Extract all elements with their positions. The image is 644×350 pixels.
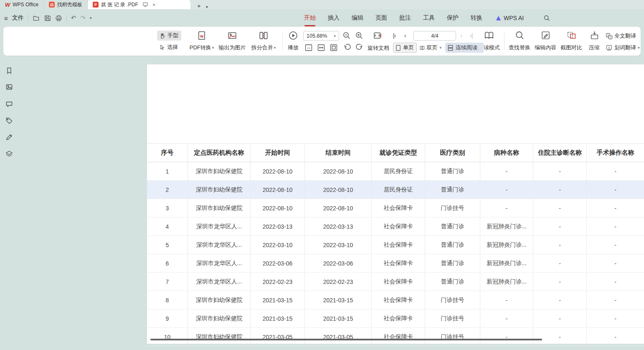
monitor-icon[interactable] bbox=[142, 2, 148, 8]
actual-size-icon[interactable]: 1:1 bbox=[304, 43, 313, 52]
screenshot-compare-button[interactable]: 截图对比 bbox=[558, 29, 585, 53]
table-cell: 社会保障卡 bbox=[372, 217, 425, 235]
chevron-down-icon: ▾ bbox=[334, 34, 336, 38]
fit-page-icon[interactable] bbox=[330, 43, 338, 52]
tab-wps-office[interactable]: W WPS Office bbox=[0, 0, 44, 9]
ribbon-tab-comment[interactable]: 批注 bbox=[399, 13, 411, 23]
select-tool-button[interactable]: 选择 bbox=[157, 42, 181, 52]
pdf-page[interactable]: 序号定点医药机构名称开始时间结束时间就诊凭证类型医疗类别病种名称住院主诊断名称手… bbox=[147, 64, 644, 344]
left-panel-bar bbox=[0, 56, 18, 350]
pdf-convert-button[interactable]: W PDF转换▾ bbox=[187, 29, 216, 53]
find-replace-icon bbox=[515, 31, 525, 40]
signature-pen-icon[interactable] bbox=[5, 133, 13, 141]
compress-button[interactable]: 压缩 bbox=[585, 29, 604, 53]
table-row: 5深圳市龙华区人...2022-03-102022-03-10社会保障卡普通门诊… bbox=[147, 236, 644, 254]
table-cell: 普通门诊 bbox=[425, 273, 480, 291]
first-page-button[interactable]: |‹ bbox=[393, 32, 396, 39]
file-menu[interactable]: 文件 bbox=[12, 14, 24, 22]
search-icon[interactable] bbox=[543, 15, 550, 21]
fit-width-icon[interactable] bbox=[317, 43, 325, 52]
ribbon-tab-page[interactable]: 页面 bbox=[375, 13, 387, 23]
table-cell: 新冠肺炎门诊... bbox=[480, 236, 533, 254]
ribbon-tab-tools[interactable]: 工具 bbox=[423, 13, 435, 23]
tab-list-chevron-icon[interactable]: ▾ bbox=[206, 5, 208, 9]
tag-icon[interactable] bbox=[5, 117, 13, 125]
table-cell: 1 bbox=[147, 162, 188, 180]
table-cell: - bbox=[533, 236, 587, 254]
print-icon[interactable] bbox=[55, 15, 62, 22]
table-cell: - bbox=[480, 328, 533, 346]
hamburger-icon[interactable]: ≡ bbox=[4, 15, 8, 22]
table-cell: - bbox=[533, 291, 587, 309]
rotate-left-icon[interactable] bbox=[343, 43, 352, 52]
new-tab-button[interactable]: + bbox=[195, 2, 203, 9]
column-header: 医疗类别 bbox=[425, 144, 480, 162]
split-merge-button[interactable]: 拆分合并▾ bbox=[249, 29, 278, 53]
table-cell: 深圳市妇幼保健院 bbox=[188, 199, 251, 217]
bookmark-icon[interactable] bbox=[5, 67, 13, 74]
tab-docer-label: 找稻壳模板 bbox=[57, 1, 82, 8]
ribbon-tab-home[interactable]: 开始 bbox=[304, 13, 316, 23]
table-cell: 新冠肺炎门诊... bbox=[480, 217, 533, 235]
table-row: 1深圳市妇幼保健院2022-08-102022-08-10居民身份证普通门诊--… bbox=[147, 162, 644, 181]
page-number-input[interactable]: 4/4 bbox=[413, 31, 456, 41]
zoom-out-button[interactable] bbox=[342, 31, 351, 40]
ribbon-tab-protect[interactable]: 保护 bbox=[447, 13, 459, 23]
undo-icon[interactable]: ↶ bbox=[71, 14, 76, 22]
find-replace-button[interactable]: 查找替换 bbox=[506, 29, 533, 53]
column-header: 手术操作名称 bbox=[587, 144, 644, 162]
table-cell: 2022-08-10 bbox=[251, 162, 305, 180]
zoom-in-button[interactable] bbox=[355, 31, 363, 40]
ribbon-tab-insert[interactable]: 插入 bbox=[328, 13, 340, 23]
document-title: 就 医 记 录 .PDF bbox=[101, 1, 138, 8]
table-cell: 2021-03-05 bbox=[251, 328, 305, 346]
ribbon-tab-edit[interactable]: 编辑 bbox=[352, 13, 363, 23]
wps-ai-button[interactable]: WPS AI bbox=[495, 15, 524, 21]
full-translation-button[interactable]: A文 全文翻译 bbox=[606, 31, 636, 41]
table-cell: - bbox=[533, 309, 587, 327]
layers-icon[interactable] bbox=[5, 150, 13, 158]
redo-icon[interactable]: ↷ bbox=[80, 14, 86, 22]
previous-page-button[interactable]: ‹ bbox=[404, 32, 406, 39]
table-row: 8深圳市妇幼保健院2021-03-152021-03-15社会保障卡门诊挂号--… bbox=[147, 291, 644, 309]
word-translation-button[interactable]: 文 划词翻译 ▾ bbox=[606, 43, 640, 52]
menu-bar: ≡ 文件 ↶ ↷ ▾ 开始 插入 编辑 页面 批注 工具 保护 转换 WPS A… bbox=[0, 9, 644, 27]
table-row: 4深圳市龙华区人...2022-03-132022-03-13社会保障卡普通门诊… bbox=[147, 217, 644, 236]
table-cell: 2022-03-10 bbox=[305, 236, 372, 254]
column-header: 结束时间 bbox=[305, 144, 372, 162]
open-file-icon[interactable] bbox=[33, 15, 40, 22]
table-cell: 门诊挂号 bbox=[425, 328, 480, 346]
last-page-button[interactable]: ›| bbox=[470, 32, 472, 39]
export-image-button[interactable]: 输出为图片 bbox=[216, 29, 249, 53]
next-page-button[interactable]: › bbox=[460, 32, 462, 39]
table-cell: 社会保障卡 bbox=[372, 236, 425, 254]
undo-history-chevron-icon[interactable]: ▾ bbox=[90, 16, 92, 20]
single-page-button[interactable]: 单页 bbox=[393, 43, 417, 53]
double-page-button[interactable]: 双页 ▾ bbox=[418, 43, 444, 53]
double-page-label: 双页 bbox=[426, 44, 437, 51]
save-icon[interactable] bbox=[44, 15, 51, 22]
close-tab-icon[interactable]: × bbox=[152, 2, 156, 8]
tab-wps-office-label: WPS Office bbox=[13, 2, 38, 8]
continuous-read-button[interactable]: 连续阅读 bbox=[445, 43, 484, 53]
rotate-document-button[interactable]: 旋转文档 bbox=[368, 43, 389, 53]
find-replace-label: 查找替换 bbox=[509, 44, 530, 51]
table-row: 3深圳市妇幼保健院2022-08-102022-08-10社会保障卡门诊挂号--… bbox=[147, 199, 644, 217]
word-translation-icon: 文 bbox=[606, 44, 613, 51]
fit-screen-icon[interactable] bbox=[373, 31, 382, 40]
play-button[interactable]: 播放 bbox=[284, 29, 302, 53]
tab-docer-templates[interactable]: ▤ 找稻壳模板 bbox=[44, 0, 88, 9]
table-cell: - bbox=[533, 254, 587, 272]
zoom-level-select[interactable]: 105.88% ▾ bbox=[303, 31, 339, 41]
comment-icon[interactable] bbox=[5, 100, 13, 108]
screenshot-compare-label: 截图对比 bbox=[560, 44, 582, 51]
rotate-right-icon[interactable] bbox=[355, 43, 363, 52]
thumbnail-icon[interactable] bbox=[5, 83, 13, 91]
hand-tool-button[interactable]: 手型 bbox=[157, 31, 181, 41]
table-cell: 9 bbox=[147, 309, 188, 327]
tab-document[interactable]: P 就 医 记 录 .PDF × bbox=[88, 0, 190, 9]
ribbon-tab-convert[interactable]: 转换 bbox=[471, 13, 482, 23]
edit-content-button[interactable]: 编辑内容 bbox=[532, 29, 559, 53]
table-cell: - bbox=[533, 181, 587, 199]
horizontal-scrollbar[interactable] bbox=[150, 339, 542, 340]
